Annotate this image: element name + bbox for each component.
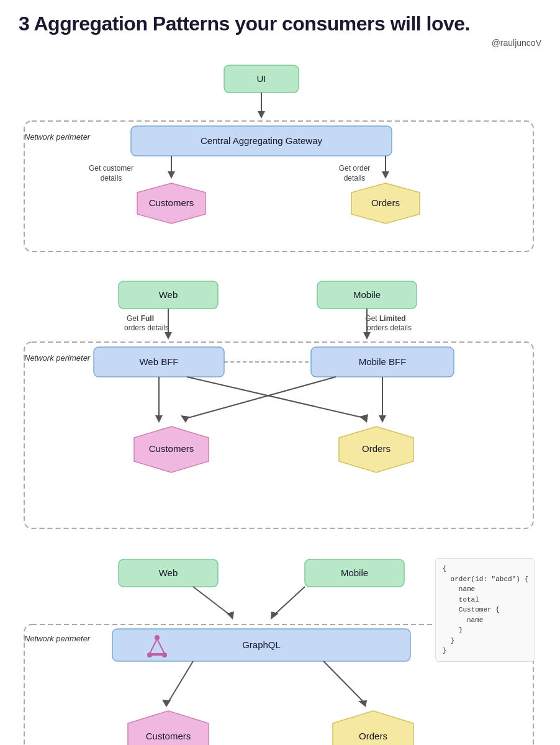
svg-line-27	[187, 377, 364, 418]
svg-marker-26	[155, 415, 163, 423]
svg-marker-18	[165, 332, 172, 340]
svg-line-48	[168, 661, 193, 702]
svg-marker-40	[271, 612, 279, 620]
get-order-text1: Get order	[339, 164, 371, 173]
code-snippet: { order(id: "abcd") { name total Custome…	[435, 558, 535, 662]
diagram2-section: Web Mobile Get Full orders details Get L…	[19, 275, 541, 536]
diagram3-section: { order(id: "abcd") { name total Custome…	[19, 553, 541, 745]
customers-hex-2: Customers	[149, 443, 194, 454]
diagram1-svg: UI Network perimeter Central Aggregating…	[19, 59, 541, 258]
orders-hex-2: Orders	[362, 443, 391, 454]
svg-line-29	[188, 377, 336, 418]
diagram1-section: UI Network perimeter Central Aggregating…	[19, 59, 541, 258]
network-label-2: Network perimeter	[24, 353, 91, 363]
svg-marker-28	[359, 414, 368, 423]
mobile-bff-label: Mobile BFF	[359, 356, 407, 367]
page: 3 Aggregation Patterns your consumers wi…	[0, 0, 560, 745]
svg-marker-32	[379, 415, 386, 423]
svg-point-44	[155, 635, 160, 640]
svg-text:Get Limited: Get Limited	[365, 314, 405, 323]
network-label-3: Network perimeter	[24, 634, 91, 643]
main-title: 3 Aggregation Patterns your consumers wi…	[19, 12, 541, 35]
web-label-2: Web	[159, 289, 178, 300]
web-bff-label: Web BFF	[139, 356, 178, 367]
svg-marker-30	[181, 415, 189, 423]
orders-hex-3: Orders	[359, 731, 387, 741]
graphql-label: GraphQL	[242, 639, 281, 650]
svg-line-37	[193, 587, 230, 615]
svg-marker-51	[358, 700, 367, 707]
svg-text:orders details: orders details	[367, 323, 412, 332]
mobile-label-3: Mobile	[341, 567, 368, 578]
gateway-label: Central Aggregating Gateway	[201, 135, 322, 146]
svg-line-50	[323, 661, 364, 702]
mobile-label-2: Mobile	[353, 289, 381, 300]
get-customer-text2: details	[101, 174, 122, 183]
diagram2-svg: Web Mobile Get Full orders details Get L…	[19, 275, 541, 536]
get-customer-text1: Get customer	[89, 164, 133, 173]
svg-text:orders details: orders details	[124, 323, 169, 332]
svg-text:Get Full: Get Full	[127, 314, 154, 323]
svg-line-39	[274, 587, 305, 615]
svg-marker-8	[382, 171, 389, 179]
orders-hex-1: Orders	[371, 197, 400, 208]
author: @rauljuncoV	[19, 38, 541, 48]
web-label-3: Web	[159, 567, 178, 578]
svg-marker-20	[363, 332, 371, 340]
svg-marker-2	[258, 111, 265, 119]
svg-marker-49	[162, 700, 171, 707]
network-label-1: Network perimeter	[24, 132, 91, 142]
svg-marker-6	[168, 171, 175, 179]
customers-hex-1: Customers	[149, 197, 194, 208]
customers-hex-3: Customers	[146, 731, 191, 741]
get-order-text2: details	[344, 174, 366, 183]
ui-label: UI	[257, 73, 266, 84]
